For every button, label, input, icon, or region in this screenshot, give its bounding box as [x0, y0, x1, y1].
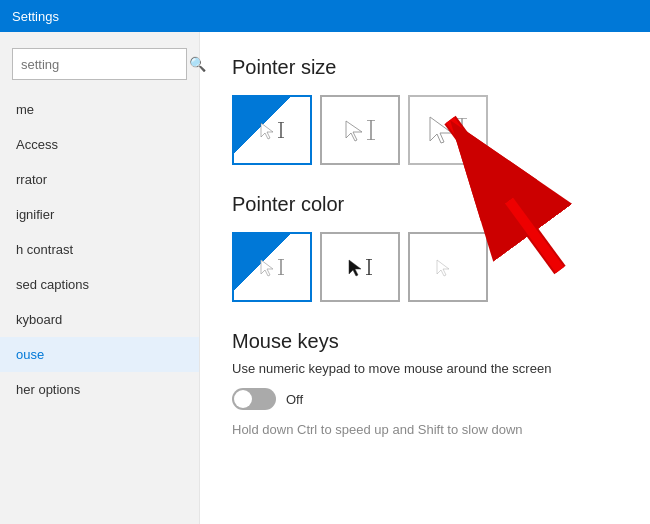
sidebar-item-magnifier[interactable]: ignifier [0, 197, 199, 232]
search-box[interactable]: 🔍 [12, 48, 187, 80]
search-icon: 🔍 [189, 56, 206, 72]
checkmark-color-icon: ✓ [294, 238, 306, 254]
svg-marker-13 [261, 260, 273, 276]
mouse-keys-title: Mouse keys [232, 330, 618, 353]
cursor-container-medium [344, 119, 376, 141]
ibeam-white-icon [277, 259, 285, 275]
mouse-keys-toggle[interactable] [232, 388, 276, 410]
sidebar: 🔍 me Access rrator ignifier h contrast s… [0, 32, 200, 524]
cursor-black-icon [347, 258, 361, 276]
pointer-color-inverted[interactable] [408, 232, 488, 302]
toggle-container: Off [232, 388, 618, 410]
svg-marker-17 [349, 260, 361, 276]
pointer-size-title: Pointer size [232, 56, 618, 79]
pointer-color-black[interactable] [320, 232, 400, 302]
cursor-ibeam-medium-icon [366, 120, 376, 140]
cursor-container-white [259, 258, 285, 276]
pointer-color-title: Pointer color [232, 193, 618, 216]
ibeam-inverted-icon [453, 259, 461, 275]
toggle-label: Off [286, 392, 303, 407]
cursor-arrow-large-icon [428, 115, 452, 145]
pointer-size-medium[interactable] [320, 95, 400, 165]
sidebar-item-keyboard[interactable]: kyboard [0, 302, 199, 337]
ibeam-black-icon [365, 259, 373, 275]
svg-marker-0 [261, 123, 273, 139]
cursor-container-inverted [435, 258, 461, 276]
sidebar-item-mouse[interactable]: ouse [0, 337, 199, 372]
pointer-color-white[interactable]: ✓ [232, 232, 312, 302]
svg-marker-8 [430, 117, 452, 143]
pointer-size-small[interactable]: ✓ [232, 95, 312, 165]
mouse-cursor-indicator [470, 147, 480, 157]
mouse-keys-note: Hold down Ctrl to speed up and Shift to … [232, 422, 618, 437]
sidebar-item-other-options[interactable]: her options [0, 372, 199, 407]
svg-marker-12 [470, 147, 478, 157]
search-container: 🔍 [0, 40, 199, 92]
svg-marker-4 [346, 121, 362, 141]
cursor-inverted-icon [435, 258, 449, 276]
sidebar-item-high-contrast[interactable]: h contrast [0, 232, 199, 267]
cursor-ibeam-large-icon [456, 118, 468, 142]
title-bar-text: Settings [12, 9, 59, 24]
sidebar-item-me[interactable]: me [0, 92, 199, 127]
cursor-container-small [259, 121, 285, 139]
cursor-arrow-medium-icon [344, 119, 362, 141]
mouse-keys-desc: Use numeric keypad to move mouse around … [232, 361, 618, 376]
sidebar-item-access[interactable]: Access [0, 127, 199, 162]
pointer-size-options: ✓ [232, 95, 618, 165]
cursor-arrow-small-icon [259, 121, 273, 139]
pointer-size-large[interactable] [408, 95, 488, 165]
search-input[interactable] [21, 57, 189, 72]
svg-marker-21 [437, 260, 449, 276]
cursor-container-large [428, 115, 468, 145]
pointer-color-options: ✓ [232, 232, 618, 302]
sidebar-item-closed-captions[interactable]: sed captions [0, 267, 199, 302]
sidebar-item-narrator[interactable]: rrator [0, 162, 199, 197]
checkmark-icon: ✓ [294, 101, 306, 117]
cursor-container-black [347, 258, 373, 276]
main-content: Pointer size ✓ [200, 32, 650, 524]
app-container: 🔍 me Access rrator ignifier h contrast s… [0, 32, 650, 524]
cursor-ibeam-small-icon [277, 122, 285, 138]
title-bar: Settings [0, 0, 650, 32]
cursor-white-icon [259, 258, 273, 276]
